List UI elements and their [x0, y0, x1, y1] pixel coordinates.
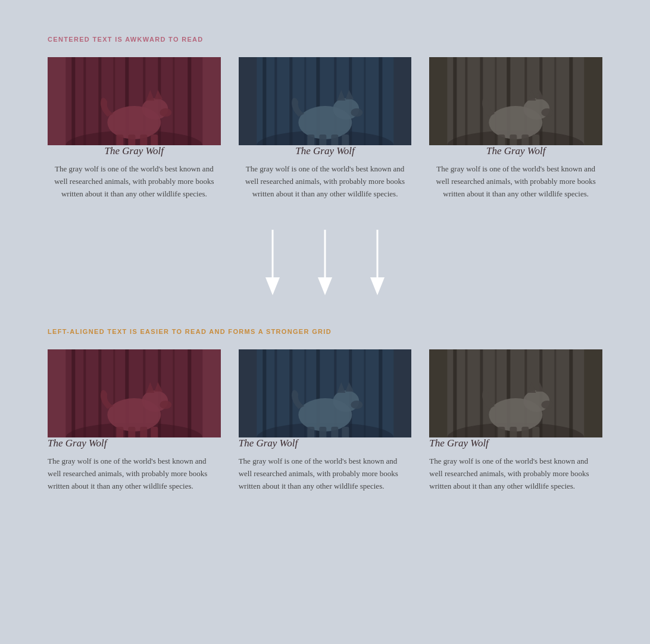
svg-rect-68 — [83, 349, 86, 437]
wolf-image-2 — [239, 57, 412, 145]
top-card-3: The Gray Wolf The gray wolf is one of th… — [429, 57, 602, 200]
svg-rect-37 — [319, 135, 326, 145]
top-card-3-body: The gray wolf is one of the world's best… — [429, 163, 602, 200]
svg-rect-104 — [331, 427, 338, 437]
top-cards-row: The Gray Wolf The gray wolf is one of th… — [48, 57, 602, 200]
svg-marker-61 — [265, 277, 280, 295]
svg-rect-28 — [364, 57, 365, 145]
svg-rect-95 — [379, 349, 382, 437]
svg-rect-9 — [188, 57, 191, 145]
bottom-cards-row: The Gray Wolf The gray wolf is one of th… — [48, 349, 602, 492]
svg-rect-108 — [465, 349, 468, 437]
top-card-2: The Gray Wolf The gray wolf is one of th… — [239, 57, 412, 200]
svg-rect-125 — [533, 427, 540, 437]
svg-rect-59 — [533, 135, 540, 145]
svg-rect-36 — [307, 135, 314, 145]
svg-rect-57 — [510, 135, 517, 145]
bottom-card-1-body: The gray wolf is one of the world's best… — [48, 455, 221, 492]
svg-rect-103 — [319, 427, 326, 437]
top-card-3-title: The Gray Wolf — [429, 145, 602, 157]
svg-point-79 — [160, 401, 171, 409]
svg-rect-115 — [570, 349, 573, 437]
top-card-1-body: The gray wolf is one of the world's best… — [48, 163, 221, 200]
svg-point-53 — [542, 108, 554, 117]
svg-rect-22 — [274, 57, 277, 145]
svg-rect-38 — [331, 135, 338, 145]
svg-rect-49 — [570, 57, 573, 145]
svg-rect-29 — [379, 57, 382, 145]
arrow-2 — [317, 230, 333, 295]
svg-rect-114 — [555, 349, 557, 437]
svg-rect-21 — [262, 57, 266, 145]
svg-rect-105 — [342, 427, 349, 437]
svg-rect-85 — [151, 427, 158, 437]
bottom-card-3-body: The gray wolf is one of the world's best… — [429, 455, 602, 492]
svg-rect-88 — [274, 349, 277, 437]
wolf-image-4 — [48, 349, 221, 437]
svg-point-99 — [351, 401, 362, 409]
svg-rect-1 — [71, 57, 75, 145]
bottom-card-2-body: The gray wolf is one of the world's best… — [239, 455, 412, 492]
bottom-card-2: The Gray Wolf The gray wolf is one of th… — [239, 349, 412, 492]
top-card-1: The Gray Wolf The gray wolf is one of th… — [48, 57, 221, 200]
svg-point-13 — [160, 108, 171, 117]
svg-rect-2 — [83, 57, 86, 145]
svg-rect-39 — [342, 135, 349, 145]
bottom-card-1: The Gray Wolf The gray wolf is one of th… — [48, 349, 221, 492]
svg-rect-124 — [522, 427, 529, 437]
bottom-section-label: LEFT-ALIGNED TEXT IS EASIER TO READ AND … — [48, 328, 602, 335]
svg-rect-56 — [498, 135, 505, 145]
svg-marker-63 — [318, 277, 332, 295]
svg-rect-123 — [510, 427, 517, 437]
svg-rect-74 — [173, 349, 174, 437]
svg-rect-42 — [465, 57, 468, 145]
svg-rect-94 — [364, 349, 365, 437]
bottom-card-3-title: The Gray Wolf — [429, 437, 602, 449]
wolf-image-6 — [429, 349, 602, 437]
svg-rect-83 — [128, 427, 135, 437]
svg-rect-102 — [307, 427, 314, 437]
arrow-1 — [264, 230, 281, 295]
svg-rect-18 — [140, 135, 147, 145]
top-card-2-title: The Gray Wolf — [239, 145, 412, 157]
svg-rect-58 — [522, 135, 529, 145]
svg-rect-122 — [498, 427, 505, 437]
arrows-container — [48, 200, 602, 328]
svg-rect-48 — [555, 57, 557, 145]
top-card-1-title: The Gray Wolf — [48, 145, 221, 157]
svg-rect-17 — [128, 135, 135, 145]
svg-rect-67 — [71, 349, 75, 437]
svg-rect-84 — [140, 427, 147, 437]
svg-point-119 — [542, 401, 554, 409]
wolf-image-1 — [48, 57, 221, 145]
bottom-card-3: The Gray Wolf The gray wolf is one of th… — [429, 349, 602, 492]
arrow-3 — [369, 230, 386, 295]
svg-marker-65 — [370, 277, 385, 295]
svg-rect-107 — [454, 349, 457, 437]
wolf-image-5 — [239, 349, 412, 437]
svg-rect-82 — [116, 427, 123, 437]
wolf-image-3 — [429, 57, 602, 145]
svg-rect-19 — [151, 135, 158, 145]
svg-rect-41 — [454, 57, 457, 145]
svg-rect-75 — [188, 349, 191, 437]
bottom-card-2-title: The Gray Wolf — [239, 437, 412, 449]
svg-point-33 — [351, 108, 362, 117]
svg-rect-8 — [173, 57, 174, 145]
top-card-2-body: The gray wolf is one of the world's best… — [239, 163, 412, 200]
top-section-label: CENTERED TEXT IS AWKWARD TO READ — [48, 36, 602, 43]
svg-rect-16 — [116, 135, 123, 145]
svg-rect-87 — [262, 349, 266, 437]
bottom-card-1-title: The Gray Wolf — [48, 437, 221, 449]
